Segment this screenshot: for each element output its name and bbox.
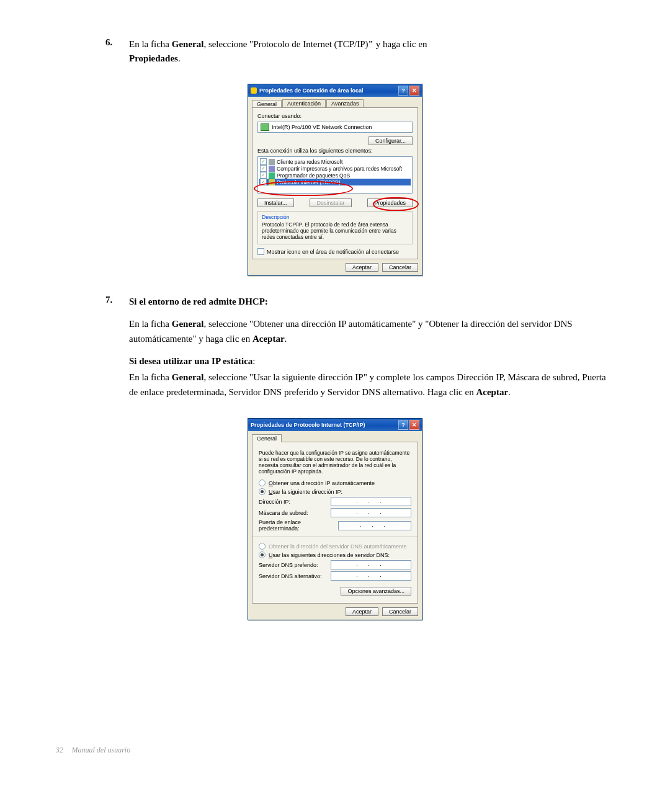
p1-bold2: Aceptar (252, 334, 285, 344)
client-icon (269, 159, 275, 165)
tab-adv[interactable]: Avanzadas (326, 99, 364, 107)
gateway-input[interactable]: . . . (338, 521, 411, 530)
list-item[interactable]: ✓ Compartir impresoras y archivos para r… (259, 165, 411, 172)
window-buttons: ? ✕ (398, 86, 419, 96)
page-footer: 32 Manual del usuario (56, 744, 614, 755)
dns2-input[interactable]: . . . (331, 571, 411, 581)
radio-auto-ip[interactable] (259, 480, 266, 486)
dialog2-title: Propiedades de Protocolo Internet (TCP/I… (251, 422, 365, 428)
notify-label: Mostrar icono en el área de notificación… (267, 249, 399, 255)
checkbox-icon[interactable]: ✓ (260, 165, 267, 172)
ok-button[interactable]: Aceptar (346, 263, 378, 272)
list-item-label: Cliente para redes Microsoft (277, 159, 342, 165)
checkbox-icon[interactable]: ✓ (260, 158, 267, 165)
description-title: Descripción (262, 214, 408, 220)
p2-bold2: Aceptar (476, 387, 508, 397)
dns1-input[interactable]: . . . (331, 560, 411, 569)
dialog2-buttonbar: Aceptar Cancelar (248, 607, 422, 620)
step-7-heading2: Si desea utilizar una IP estática: (129, 354, 614, 368)
tab-general-2[interactable]: General (252, 434, 282, 442)
ip-input[interactable]: . . . (331, 497, 411, 506)
description-fieldset: Descripción Protocolo TCP/IP. El protoco… (257, 211, 413, 244)
dialog1-buttonbar: Aceptar Cancelar (248, 263, 422, 275)
mask-input[interactable]: . . . (331, 508, 411, 517)
dialog2-tabs: General (248, 431, 422, 442)
dialog1-wrap: Propiedades de Conexión de área local ? … (56, 84, 614, 276)
dns1-label: Servidor DNS preferido: (259, 562, 318, 568)
s6-bold1: General (172, 39, 204, 49)
nic-icon (261, 123, 269, 131)
list-item[interactable]: ✓ Programador de paquetes QoS (259, 172, 411, 179)
checkbox-icon[interactable]: ✓ (257, 248, 264, 255)
uninstall-button: Desinstalar (310, 199, 351, 207)
install-button[interactable]: Instalar... (257, 199, 294, 207)
cancel-button-2[interactable]: Cancelar (382, 607, 418, 616)
list-item[interactable]: ✓ Cliente para redes Microsoft (259, 158, 411, 165)
qos-icon (269, 172, 275, 179)
uses-elements-label: Esta conexión utiliza los siguientes ele… (257, 148, 413, 154)
radio-static-ip-label: Usar la siguiente dirección IP: (269, 489, 342, 495)
page-number: 32 (56, 746, 63, 754)
share-icon (269, 166, 275, 172)
p1-c: . (285, 334, 287, 344)
p2-bold: General (172, 372, 204, 382)
s6-b: , seleccione "Protocolo de Internet (TCP… (203, 39, 368, 49)
radio-static-ip[interactable] (259, 488, 266, 495)
notify-checkbox-line[interactable]: ✓ Mostrar icono en el área de notificaci… (257, 248, 413, 255)
ok-button-2[interactable]: Aceptar (346, 607, 378, 616)
gateway-label: Puerta de enlace predeterminada: (259, 519, 334, 532)
help-icon[interactable]: ? (398, 86, 408, 96)
static-heading: Si desea utilizar una IP estática (129, 356, 252, 366)
p1-a: En la ficha (129, 319, 172, 329)
radio-static-dns[interactable] (259, 551, 266, 558)
dns-section: Obtener la dirección del servidor DNS au… (252, 537, 418, 581)
nic-field: Intel(R) Pro/100 VE Network Connection (257, 122, 413, 133)
dialog1-titlebar: Propiedades de Conexión de área local ? … (248, 84, 422, 97)
p1-bold: General (172, 319, 204, 329)
close-icon[interactable]: ✕ (409, 86, 419, 96)
dhcp-heading: Si el entorno de red admite DHCP: (129, 297, 268, 306)
network-icon (251, 87, 257, 94)
mask-label: Máscara de subred: (259, 510, 308, 516)
step-7-p2: En la ficha General, seleccione "Usar la… (129, 370, 614, 399)
radio-auto-dns-label: Obtener la dirección del servidor DNS au… (269, 543, 407, 550)
dialog1-title: Propiedades de Conexión de área local (259, 87, 364, 94)
list-item-label: Programador de paquetes QoS (277, 172, 350, 179)
footer-label (66, 746, 69, 754)
static-heading-colon: : (252, 356, 255, 366)
s6-bold2: Propiedades (129, 53, 178, 63)
step-7-number: 7. (105, 295, 118, 305)
radio-auto-ip-label: OObtener una dirección IP automáticament… (269, 480, 375, 486)
advanced-button[interactable]: Opciones avanzadas... (341, 587, 411, 596)
ip-label: Dirección IP: (259, 499, 290, 505)
p2-c: . (508, 387, 511, 397)
tab-auth[interactable]: Autenticación (282, 99, 326, 107)
checkbox-icon[interactable]: ✓ (260, 172, 267, 179)
s6-a: En la ficha (129, 39, 172, 49)
step-7-p1: En la ficha General, seleccione "Obtener… (129, 316, 614, 346)
dialog2-titlebar: Propiedades de Protocolo Internet (TCP/I… (248, 419, 422, 431)
red-annotation-circle (254, 181, 353, 196)
step-6-text: En la ficha General, seleccione "Protoco… (129, 37, 614, 65)
connect-using-label: Conectar usando: (257, 113, 413, 119)
window-buttons: ? ✕ (398, 420, 419, 430)
dns2-label: Servidor DNS alternativo: (259, 573, 322, 579)
close-icon[interactable]: ✕ (409, 420, 419, 430)
dialog2-intro: Puede hacer que la configuración IP se a… (259, 450, 411, 475)
dialog2-panel: Puede hacer que la configuración IP se a… (252, 442, 418, 604)
dialog2-wrap: Propiedades de Protocolo Internet (TCP/I… (56, 418, 614, 621)
cancel-button[interactable]: Cancelar (382, 263, 418, 272)
radio-auto-dns (259, 543, 266, 550)
dialog1-panel: Conectar usando: Intel(R) Pro/100 VE Net… (252, 107, 418, 259)
dialog1-titlebar-left: Propiedades de Conexión de área local (251, 87, 364, 94)
step-6: 6. En la ficha General, seleccione "Prot… (105, 37, 614, 65)
description-text: Protocolo TCP/IP. El protocolo de red de… (262, 221, 408, 240)
red-annotation-circle2 (373, 197, 419, 211)
step-6-number: 6. (105, 37, 118, 48)
help-icon[interactable]: ? (398, 420, 408, 430)
step-7: 7. Si el entorno de red admite DHCP: En … (105, 295, 614, 399)
p2-a: En la ficha (129, 372, 172, 382)
s6-period: . (178, 53, 181, 63)
list-item-label: Compartir impresoras y archivos para red… (277, 166, 402, 172)
configure-button[interactable]: Configurar... (368, 136, 413, 145)
